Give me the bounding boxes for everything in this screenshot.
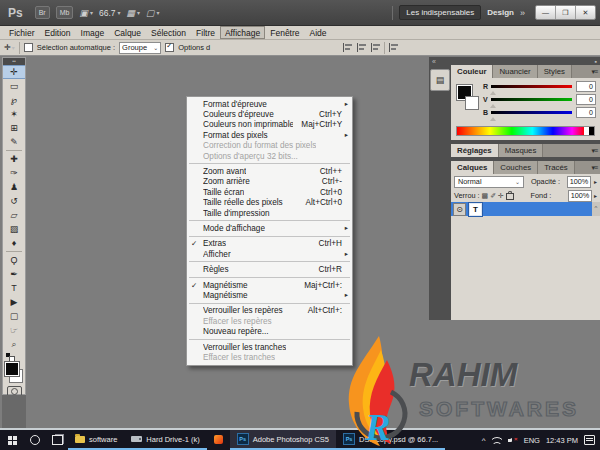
menubar-item-filtre[interactable]: Filtre xyxy=(191,26,220,39)
lasso-tool[interactable]: ℘ xyxy=(3,93,25,107)
workspace-overflow-button[interactable]: » xyxy=(520,8,525,18)
opacity-spinner-icon[interactable]: ▸ xyxy=(594,178,597,185)
move-tool-preset-icon[interactable]: ▾ xyxy=(4,43,15,52)
panel-menu-icon[interactable] xyxy=(591,144,600,157)
dock-menu-icon[interactable]: ▪ xyxy=(595,58,597,65)
align-center-icon[interactable] xyxy=(356,43,367,52)
taskbar-app-item[interactable] xyxy=(207,430,230,450)
task-view-button[interactable] xyxy=(46,430,68,450)
taskbar-app-adobe-photoshop-cs5[interactable]: PsAdobe Photoshop CS5 xyxy=(230,430,336,450)
menubar-item-calque[interactable]: Calque xyxy=(109,26,146,39)
type-tool[interactable]: T xyxy=(3,281,25,295)
dodge-tool[interactable]: Ϙ xyxy=(3,253,25,267)
layer-visibility-eye-icon[interactable] xyxy=(453,203,466,216)
auto-select-dropdown[interactable]: Groupe⌄ xyxy=(119,42,161,54)
blur-tool[interactable]: ♦ xyxy=(3,236,25,250)
pen-tool[interactable]: ✒ xyxy=(3,267,25,281)
panel-menu-icon[interactable] xyxy=(591,65,600,78)
slider-value[interactable]: 0 xyxy=(576,107,596,118)
menu-item-afficher[interactable]: Afficher▸ xyxy=(187,249,352,259)
menu-item-verrouiller-les-reperes[interactable]: Verrouiller les repèresAlt+Ctrl+: xyxy=(187,306,352,316)
default-colors-icon[interactable] xyxy=(6,353,15,361)
menu-item-zoom-arriere[interactable]: Zoom arrièreCtrl+- xyxy=(187,177,352,187)
layer-row-selected[interactable]: T xyxy=(451,202,600,216)
restore-button[interactable]: ❐ xyxy=(555,6,575,19)
menu-item-magnetisme[interactable]: ✓MagnétismeMaj+Ctrl+: xyxy=(187,280,352,290)
mini-bridge-button[interactable]: Mb xyxy=(56,6,74,19)
gradient-tool[interactable]: ▨ xyxy=(3,222,25,236)
history-brush-tool[interactable]: ↺ xyxy=(3,194,25,208)
clock[interactable]: 12:43 PM xyxy=(546,436,578,445)
clone-stamp-tool[interactable]: ♟ xyxy=(3,180,25,194)
scroll-up-icon[interactable] xyxy=(592,202,600,216)
menu-item-magnetisme[interactable]: Magnétisme▸ xyxy=(187,290,352,300)
menubar-item-selection[interactable]: Sélection xyxy=(146,26,191,39)
menubar-item-fenetre[interactable]: Fenêtre xyxy=(265,26,304,39)
zoom-level-button[interactable]: 66.7▾ xyxy=(99,8,121,18)
cortana-search-button[interactable] xyxy=(24,430,46,450)
zoom-tool[interactable]: ⌕ xyxy=(3,337,25,351)
color-spectrum-ramp[interactable] xyxy=(456,126,595,136)
tab-styles[interactable]: Styles xyxy=(538,65,572,78)
hand-tool[interactable]: ☞ xyxy=(3,323,25,337)
fill-spinner-icon[interactable]: ▸ xyxy=(594,192,597,199)
menu-item-effacer-les-tranches[interactable]: Effacer les tranches xyxy=(187,352,352,362)
minimize-button[interactable]: — xyxy=(536,6,555,19)
workspace-essentials-button[interactable]: Les indispensables xyxy=(399,5,481,20)
menu-item-couleurs-non-imprimables[interactable]: Couleurs non imprimablesMaj+Ctrl+Y xyxy=(187,120,352,130)
menu-item-zoom-avant[interactable]: Zoom avantCtrl++ xyxy=(187,166,352,176)
menu-item-options-d-apercu-32-bits[interactable]: Options d'aperçu 32 bits... xyxy=(187,151,352,161)
slider-value[interactable]: 0 xyxy=(576,81,596,92)
menu-item-format-d-epreuve[interactable]: Format d'épreuve▸ xyxy=(187,99,352,109)
foreground-background-swatches[interactable] xyxy=(4,362,24,383)
menu-item-taille-ecran[interactable]: Taille écranCtrl+0 xyxy=(187,187,352,197)
language-indicator[interactable]: ENG xyxy=(524,436,540,445)
foreground-color-swatch[interactable] xyxy=(5,362,19,376)
opacity-value[interactable]: 100% xyxy=(567,176,591,188)
tab-nuancier[interactable]: Nuancier xyxy=(493,65,537,78)
eraser-tool[interactable]: ▱ xyxy=(3,208,25,222)
menu-item-verrouiller-les-tranches[interactable]: Verrouiller les tranches xyxy=(187,342,352,352)
volume-muted-icon[interactable]: × xyxy=(508,436,518,444)
lock-position-icon[interactable] xyxy=(498,192,504,200)
taskbar-app-dsf-copy-psd-66-7[interactable]: PsDSF copy.psd @ 66.7... xyxy=(336,430,445,450)
bridge-button[interactable]: Br xyxy=(35,6,50,19)
tab-calques[interactable]: Calques xyxy=(451,161,494,174)
workspace-design-button[interactable]: Design xyxy=(487,8,514,17)
menubar-item-aide[interactable]: Aide xyxy=(305,26,332,39)
align-right-icon[interactable] xyxy=(370,43,381,52)
text-layer-thumbnail[interactable]: T xyxy=(469,203,482,216)
healing-brush-tool[interactable]: ✚ xyxy=(3,152,25,166)
history-panel-icon[interactable]: ▤ xyxy=(430,69,450,91)
tools-panel-grip[interactable]: •• xyxy=(3,58,25,65)
taskbar-app-hard-drive-1-k[interactable]: Hard Drive-1 (k) xyxy=(124,430,206,450)
menu-item-correction-du-format-des-pixels[interactable]: Correction du format des pixels xyxy=(187,141,352,151)
tab-couleur[interactable]: Couleur xyxy=(451,65,493,78)
panel-menu-icon[interactable] xyxy=(591,161,600,174)
tab-reglages[interactable]: Réglages xyxy=(451,144,499,157)
move-tool[interactable]: ✛ xyxy=(3,65,25,79)
menu-item-extras[interactable]: ✓ExtrasCtrl+H xyxy=(187,239,352,249)
crop-tool[interactable]: ⊞ xyxy=(3,121,25,135)
taskbar-app-software[interactable]: software xyxy=(68,430,124,450)
menu-item-taille-d-impression[interactable]: Taille d'impression xyxy=(187,208,352,218)
tab-traces[interactable]: Tracés xyxy=(538,161,575,174)
slider-track[interactable] xyxy=(491,98,572,101)
start-button[interactable] xyxy=(0,430,24,450)
lock-transparency-icon[interactable] xyxy=(482,192,489,200)
collapse-panels-icon[interactable]: « xyxy=(432,58,436,65)
menubar-item-edition[interactable]: Edition xyxy=(40,26,76,39)
menu-item-couleurs-d-epreuve[interactable]: Couleurs d'épreuveCtrl+Y xyxy=(187,109,352,119)
eyedropper-tool[interactable]: ✎ xyxy=(3,135,25,149)
shape-tool[interactable]: ▢ xyxy=(3,309,25,323)
marquee-tool[interactable]: ▭ xyxy=(3,79,25,93)
transform-controls-checkbox[interactable] xyxy=(165,43,174,52)
tray-expand-icon[interactable]: ^ xyxy=(482,436,486,445)
screen-mode-button[interactable]: ▾ xyxy=(146,8,160,18)
slider-track[interactable] xyxy=(491,111,572,114)
menubar-item-image[interactable]: Image xyxy=(76,26,110,39)
slider-value[interactable]: 0 xyxy=(576,94,596,105)
auto-select-checkbox[interactable] xyxy=(24,43,33,52)
black-chip[interactable] xyxy=(589,127,594,135)
menu-item-format-des-pixels[interactable]: Format des pixels▸ xyxy=(187,130,352,140)
